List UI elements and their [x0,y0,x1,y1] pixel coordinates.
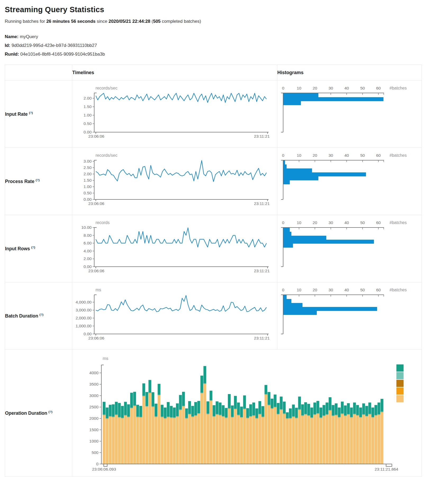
stacked-bar [280,396,283,464]
histogram-x-tick-label: 0 [282,86,284,90]
header-empty-cell [5,65,72,81]
table-row: Input Rate (?) records/sec2.001.501.000.… [5,81,422,148]
stacked-bar [127,404,130,464]
stacked-chart-y-tick-label: 3000 [89,393,99,398]
histogram-bar [283,97,383,101]
stacked-bar [219,403,222,464]
legend-swatch [396,395,404,402]
stacked-bar [243,395,246,464]
process-rate-timeline-cell: records/sec3.002.502.001.501.000.500.002… [72,148,277,215]
input-rate-histogram-cell: 0102030405060#batches [277,81,422,148]
timeline-x-end-label: 23:11:21 [254,269,270,273]
stacked-bar [182,392,185,464]
stacked-bar [307,404,310,464]
help-icon[interactable]: (?) [31,246,35,249]
stacked-bar [164,408,167,464]
timeline-x-end-label: 23:11:21 [254,134,270,139]
stacked-bar [210,391,212,464]
help-icon[interactable]: (?) [36,178,40,182]
timeline-line [96,296,266,312]
stacked-bar [246,408,249,464]
stacked-bar [112,404,115,464]
timeline-y-tick-label: 0.00 [84,264,92,269]
timeline-axes [93,160,269,201]
table-row: Input Rows (?) records10.008.006.004.002… [5,215,422,282]
stacked-bar [142,383,145,464]
timeline-y-tick-label: 4.00 [84,249,92,253]
stacked-bar [255,408,258,464]
histogram-bar [283,228,290,232]
input-rate-timeline-chart: records/sec2.001.501.000.500.0023:06:062… [72,81,277,147]
timeline-x-start-label: 23:06:06 [88,201,104,206]
stacked-bar [268,392,270,464]
timeline-x-start-label: 23:06:06 [88,336,104,340]
histogram-x-tick-label: 10 [297,153,301,158]
stacked-bar [301,404,304,464]
row-label-process-rate: Process Rate (?) [5,148,72,215]
stacked-bar [374,405,377,464]
timeline-unit-label: records/sec [96,86,117,90]
runid-value: 04e101e6-8bf8-4165-9099-9104c951ba3b [20,52,105,57]
stacked-bar [249,404,252,464]
streaming-query-statistics-page: Streaming Query Statistics Running batch… [0,0,448,482]
stacked-chart-y-tick-label: 0 [96,462,98,466]
stacked-bar [325,403,328,464]
timeline-y-tick-label: 2.00 [84,96,92,100]
stacked-bar [265,385,268,464]
stacked-bar [106,408,109,464]
stacked-bar [185,408,188,464]
completed-batches-count: 505 [153,19,160,24]
histogram-x-tick-label: 20 [313,220,317,225]
stacked-bar [350,408,353,464]
histogram-batches-label: #batches [390,153,407,158]
batch-duration-histogram-cell: 0102030405060#batches [277,282,422,350]
stacked-bar [261,406,264,464]
timeline-y-tick-label: 2.50 [84,165,92,170]
stacked-bar [381,399,383,464]
legend-swatch [396,380,404,387]
row-label-operation-duration: Operation Duration (?) [5,350,72,477]
timeline-y-tick-label: 0.00 [84,197,92,202]
stacked-bar [231,405,234,464]
stacked-bar [292,405,295,464]
input-rate-histogram-chart: 0102030405060#batches [277,81,422,147]
stacked-bar [234,396,237,464]
stacked-bar [316,401,319,464]
stacked-bar [197,401,200,464]
help-icon[interactable]: (?) [29,111,33,114]
timeline-y-tick-label: 0.00 [84,332,92,336]
timeline-y-tick-label: 8.00 [84,233,92,238]
stacked-bar [146,392,148,464]
stacked-bar [356,405,359,464]
histogram-bar [283,172,366,176]
histogram-batches-label: #batches [390,220,407,225]
stacked-bar [212,405,215,464]
stacked-bar [240,407,243,464]
help-icon[interactable]: (?) [48,410,52,413]
help-icon[interactable]: (?) [39,313,43,316]
stacked-bar [359,408,362,464]
timeline-y-tick-label: 1.00 [84,113,92,117]
stacked-bar [283,401,286,464]
stacked-bar [368,403,371,464]
running-suffix: completed batches) [161,19,201,24]
page-title: Streaming Query Statistics [5,5,448,14]
timeline-line [96,93,266,102]
running-batches-summary: Running batches for 26 minutes 56 second… [5,19,448,24]
row-label-batch-duration: Batch Duration (?) [5,282,72,350]
input-rows-histogram-chart: 0102030405060#batches [277,215,422,282]
stacked-bar [136,405,139,464]
stacked-bar [109,405,112,464]
timeline-y-tick-label: 2.00 [84,256,92,261]
legend-swatch [396,372,404,379]
stacked-bar [277,403,280,464]
histogram-x-tick-label: 60 [376,220,381,225]
running-middle: since [96,19,108,24]
stacked-bar [216,401,219,464]
histogram-x-tick-label: 30 [328,220,333,225]
stacked-bar [124,402,127,464]
timeline-unit-label: records [96,220,110,225]
stacked-bar [148,380,151,464]
stacked-bar [274,395,277,464]
stacked-bar [347,403,350,464]
